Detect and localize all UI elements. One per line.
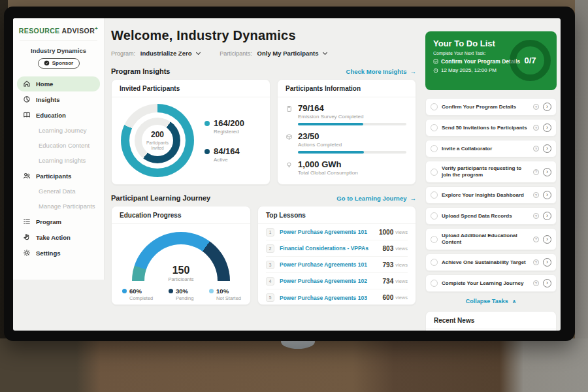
task-send-invitations[interactable]: Send 50 Invitations to Participants — [425, 119, 557, 137]
program-filter-value[interactable]: Industrialize Zero — [140, 50, 192, 57]
task-label: Send 50 Invitations to Participants — [442, 125, 529, 131]
progress-bar — [298, 123, 406, 125]
nav-label: Program — [36, 218, 61, 225]
lesson-row: 3 Power Purchase Agreements 101 793 view… — [266, 257, 408, 273]
sidebar-item-home[interactable]: Home — [17, 76, 100, 91]
sidebar-item-education[interactable]: Education — [17, 108, 100, 123]
lesson-title-link[interactable]: Power Purchase Agreements 102 — [280, 278, 383, 284]
not-started-pct: 10% — [216, 287, 229, 295]
chevron-right-icon[interactable] — [543, 212, 551, 220]
participants-filter-value[interactable]: Only My Participants — [257, 50, 319, 57]
active-dot-icon — [204, 149, 210, 154]
filter-bar: Program: Industrialize Zero Participants… — [111, 50, 416, 57]
lesson-title-link[interactable]: Power Purchase Agreements 103 — [280, 295, 383, 301]
task-checkbox[interactable] — [431, 280, 438, 287]
task-explore-insights[interactable]: Explore Your Insights Dashboard — [425, 186, 557, 204]
sidebar-item-education-content[interactable]: Education Content — [17, 139, 100, 153]
task-invite-collaborator[interactable]: Invite a Collaborator — [425, 140, 557, 157]
help-icon[interactable] — [533, 280, 539, 286]
task-checkbox[interactable] — [431, 103, 438, 110]
program-filter[interactable]: Program: Industrialize Zero — [111, 50, 200, 57]
nav-label: Learning Insights — [39, 157, 86, 164]
sidebar-item-program[interactable]: Program — [17, 214, 100, 229]
lesson-title-link[interactable]: Power Purchase Agreements 101 — [280, 229, 379, 235]
program-insights-header: Program Insights Check More Insights — [111, 67, 416, 75]
lesson-views: 1000 — [379, 229, 393, 236]
sidebar-item-settings[interactable]: Settings — [17, 246, 100, 261]
sponsor-badge[interactable]: Sponsor — [38, 58, 80, 69]
lesson-rank: 5 — [266, 293, 274, 302]
task-checkbox[interactable] — [431, 212, 438, 220]
task-complete-learning-journey[interactable]: Complete Your Learning Journey — [425, 274, 557, 292]
help-icon[interactable] — [533, 192, 539, 198]
task-checkbox[interactable] — [431, 259, 438, 266]
chevron-right-icon[interactable] — [543, 123, 551, 132]
pending-label: Pending — [169, 295, 194, 301]
chevron-right-icon[interactable] — [543, 235, 551, 244]
task-checkbox[interactable] — [431, 236, 438, 243]
task-achieve-sustainability-target[interactable]: Achieve One Sustainability Target — [425, 253, 557, 271]
pending-pct: 30% — [176, 287, 188, 295]
chevron-right-icon[interactable] — [543, 168, 551, 176]
sidebar-item-participants[interactable]: Participants — [17, 169, 100, 184]
clock-icon — [433, 68, 438, 73]
donut-center-value: 200 — [151, 130, 164, 139]
go-to-learning-journey-link[interactable]: Go to Learning Journey — [336, 195, 416, 202]
sponsor-badge-label: Sponsor — [52, 60, 73, 66]
recent-news-card: Recent News — [425, 311, 557, 331]
task-checkbox[interactable] — [431, 191, 438, 199]
task-label: Confirm Your Program Details — [442, 104, 529, 110]
task-checkbox[interactable] — [431, 124, 438, 131]
task-upload-spend-data[interactable]: Upload Spend Data Records — [425, 207, 557, 225]
sidebar-item-insights[interactable]: Insights — [17, 92, 100, 107]
help-icon[interactable] — [533, 169, 539, 175]
help-icon[interactable] — [533, 104, 539, 110]
education-progress-card: Education Progress 150 Participants 60% … — [111, 206, 251, 305]
task-label: Explore Your Insights Dashboard — [442, 192, 529, 199]
task-confirm-program-details[interactable]: Confirm Your Program Details — [425, 98, 557, 116]
help-icon[interactable] — [533, 125, 539, 131]
lesson-title-link[interactable]: Power Purchase Agreements 101 — [280, 261, 383, 268]
participants-filter[interactable]: Participants: Only My Participants — [220, 50, 327, 57]
help-icon[interactable] — [533, 146, 539, 152]
chevron-right-icon[interactable] — [543, 258, 551, 267]
lesson-title-link[interactable]: Financial Considerations - VPPAs — [280, 245, 383, 252]
help-icon[interactable] — [533, 259, 539, 265]
participants-filter-label: Participants: — [220, 50, 252, 57]
help-icon[interactable] — [533, 213, 539, 219]
collapse-tasks-link[interactable]: Collapse Tasks — [425, 298, 557, 304]
sidebar-item-learning-journey[interactable]: Learning Journey — [17, 123, 100, 138]
nav-label: Manage Participants — [39, 203, 95, 210]
chevron-right-icon[interactable] — [543, 144, 551, 153]
nav-label: Home — [36, 80, 53, 88]
participants-information-card: Participants Information 79/164 Emission… — [277, 79, 416, 185]
chevron-right-icon[interactable] — [543, 103, 551, 111]
chevron-right-icon[interactable] — [543, 279, 551, 287]
task-label: Upload Additional Educational Content — [442, 233, 529, 246]
stat-global-consumption: 1,000 GWh Total Global Consumption — [286, 159, 406, 176]
sidebar-item-learning-insights[interactable]: Learning Insights — [17, 154, 100, 168]
progress-bar — [298, 151, 406, 154]
education-progress-gauge: 150 Participants — [132, 232, 230, 281]
task-checkbox[interactable] — [431, 145, 438, 152]
invited-participants-donut: 200 Participants Invited — [121, 104, 194, 177]
lesson-views: 600 — [383, 294, 394, 301]
task-upload-educational-content[interactable]: Upload Additional Educational Content — [425, 228, 557, 250]
insights-icon — [23, 95, 31, 103]
sidebar-item-general-data[interactable]: General Data — [17, 184, 100, 199]
stat-actions-completed: 23/50 Actions Completed — [286, 131, 406, 154]
task-label: Invite a Collaborator — [442, 146, 529, 152]
page-title: Welcome, Industry Dynamics — [111, 28, 416, 43]
people-icon — [23, 172, 31, 180]
sidebar-item-manage-participants[interactable]: Manage Participants — [17, 199, 100, 214]
stat-value: 79/164 — [298, 103, 406, 113]
task-checkbox[interactable] — [431, 169, 438, 176]
check-more-insights-link[interactable]: Check More Insights — [346, 68, 416, 75]
invited-participants-card: Invited Participants 200 Participants In… — [111, 79, 270, 185]
sidebar-item-take-action[interactable]: Take Action — [17, 230, 100, 245]
help-icon[interactable] — [533, 237, 539, 242]
chevron-right-icon[interactable] — [543, 191, 551, 199]
lesson-rank: 1 — [266, 228, 274, 237]
task-verify-participants[interactable]: Verify participants requesting to join t… — [425, 161, 557, 183]
donut-chart-area: 200 Participants Invited 164/200 Registe… — [112, 97, 270, 177]
